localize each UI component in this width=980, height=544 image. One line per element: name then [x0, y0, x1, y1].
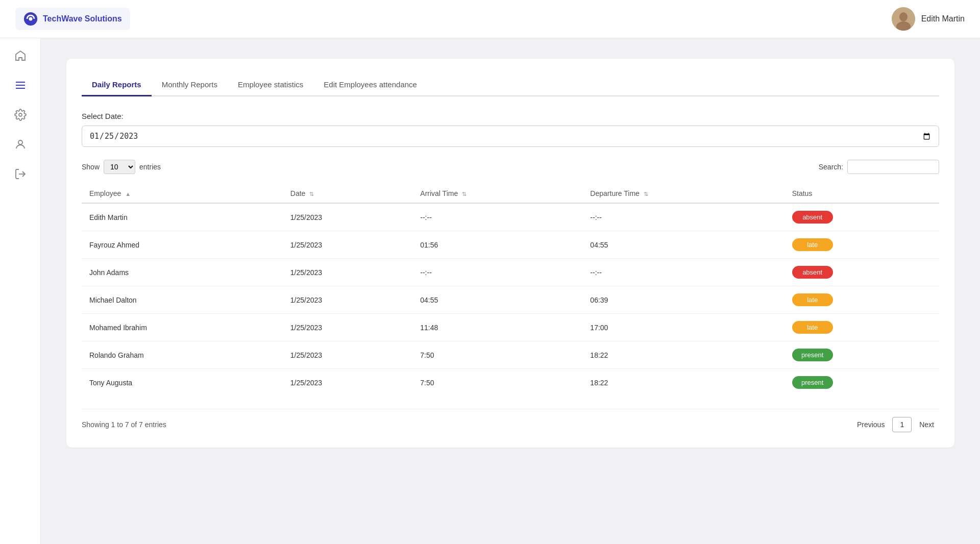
search-input[interactable] — [847, 160, 939, 174]
svg-point-1 — [29, 17, 33, 21]
user-profile-icon[interactable] — [13, 137, 28, 152]
cell-arrival: 04:55 — [412, 286, 582, 314]
table-row: John Adams 1/25/2023 --:-- --:-- absent — [82, 259, 939, 286]
table-row: Edith Martin 1/25/2023 --:-- --:-- absen… — [82, 203, 939, 231]
cell-date: 1/25/2023 — [283, 259, 412, 286]
tab-monthly-reports[interactable]: Monthly Reports — [152, 74, 228, 96]
cell-date: 1/25/2023 — [283, 231, 412, 259]
table-row: Michael Dalton 1/25/2023 04:55 06:39 lat… — [82, 286, 939, 314]
status-badge: late — [792, 293, 833, 306]
col-departure[interactable]: Departure Time ⇅ — [582, 184, 784, 203]
showing-text: Showing 1 to 7 of 7 entries — [82, 421, 166, 429]
cell-employee: John Adams — [82, 259, 283, 286]
cell-status: absent — [785, 203, 939, 231]
cell-arrival: --:-- — [412, 259, 582, 286]
status-badge: late — [792, 238, 833, 251]
cell-departure: 18:22 — [582, 341, 784, 369]
previous-button[interactable]: Previous — [852, 417, 890, 432]
cell-departure: 17:00 — [582, 314, 784, 341]
cell-date: 1/25/2023 — [283, 341, 412, 369]
next-button[interactable]: Next — [914, 417, 939, 432]
table-row: Fayrouz Ahmed 1/25/2023 01:56 04:55 late — [82, 231, 939, 259]
svg-point-9 — [18, 140, 22, 144]
col-employee[interactable]: Employee ▲ — [82, 184, 283, 203]
date-input[interactable] — [82, 126, 939, 147]
cell-departure: 18:22 — [582, 369, 784, 397]
cell-departure: --:-- — [582, 203, 784, 231]
entries-select[interactable]: 10 25 50 100 — [104, 160, 135, 174]
pagination-controls: Previous 1 Next — [852, 417, 939, 432]
tab-edit-attendance[interactable]: Edit Employees attendance — [313, 74, 427, 96]
cell-date: 1/25/2023 — [283, 369, 412, 397]
menu-icon[interactable] — [13, 78, 28, 92]
main-card: Daily Reports Monthly Reports Employee s… — [66, 59, 954, 448]
sidebar — [0, 38, 41, 544]
sort-departure-icon: ⇅ — [644, 191, 648, 197]
top-header: TechWave Solutions Edith Martin — [0, 0, 980, 38]
avatar — [892, 7, 915, 31]
sort-date-icon: ⇅ — [309, 191, 314, 197]
cell-employee: Rolando Graham — [82, 341, 283, 369]
status-badge: absent — [792, 211, 833, 224]
cell-employee: Tony Augusta — [82, 369, 283, 397]
cell-status: late — [785, 314, 939, 341]
cell-departure: 04:55 — [582, 231, 784, 259]
tab-daily-reports[interactable]: Daily Reports — [82, 74, 152, 96]
cell-date: 1/25/2023 — [283, 314, 412, 341]
tabs: Daily Reports Monthly Reports Employee s… — [82, 74, 939, 96]
cell-employee: Mohamed Ibrahim — [82, 314, 283, 341]
cell-arrival: 11:48 — [412, 314, 582, 341]
show-entries: Show 10 25 50 100 entries — [82, 160, 161, 174]
content-area: Daily Reports Monthly Reports Employee s… — [41, 38, 980, 544]
cell-date: 1/25/2023 — [283, 203, 412, 231]
cell-departure: 06:39 — [582, 286, 784, 314]
data-table: Employee ▲ Date ⇅ Arrival Time ⇅ Depar — [82, 184, 939, 396]
cell-status: present — [785, 341, 939, 369]
table-controls: Show 10 25 50 100 entries Search: — [82, 160, 939, 174]
cell-status: present — [785, 369, 939, 397]
status-badge: late — [792, 321, 833, 334]
settings-icon[interactable] — [13, 108, 28, 122]
cell-arrival: 7:50 — [412, 369, 582, 397]
cell-status: late — [785, 286, 939, 314]
page-1-button[interactable]: 1 — [892, 417, 912, 432]
cell-status: absent — [785, 259, 939, 286]
table-row: Mohamed Ibrahim 1/25/2023 11:48 17:00 la… — [82, 314, 939, 341]
home-icon[interactable] — [13, 48, 28, 63]
logo-icon — [23, 12, 38, 26]
cell-departure: --:-- — [582, 259, 784, 286]
svg-point-8 — [19, 113, 22, 116]
cell-arrival: 7:50 — [412, 341, 582, 369]
sort-arrival-icon: ⇅ — [462, 191, 467, 197]
table-row: Rolando Graham 1/25/2023 7:50 18:22 pres… — [82, 341, 939, 369]
cell-employee: Edith Martin — [82, 203, 283, 231]
cell-employee: Michael Dalton — [82, 286, 283, 314]
col-date[interactable]: Date ⇅ — [283, 184, 412, 203]
select-date-label: Select Date: — [82, 112, 939, 120]
svg-point-3 — [899, 12, 908, 21]
cell-employee: Fayrouz Ahmed — [82, 231, 283, 259]
logo-text: TechWave Solutions — [43, 14, 122, 23]
cell-date: 1/25/2023 — [283, 286, 412, 314]
status-badge: absent — [792, 266, 833, 279]
search-area: Search: — [819, 160, 939, 174]
table-row: Tony Augusta 1/25/2023 7:50 18:22 presen… — [82, 369, 939, 397]
status-badge: present — [792, 376, 833, 389]
entries-label: entries — [139, 163, 161, 171]
sort-employee-icon: ▲ — [125, 191, 131, 197]
search-label: Search: — [819, 163, 843, 171]
logout-icon[interactable] — [13, 167, 28, 181]
col-arrival[interactable]: Arrival Time ⇅ — [412, 184, 582, 203]
logo-area[interactable]: TechWave Solutions — [15, 8, 130, 30]
main-layout: Daily Reports Monthly Reports Employee s… — [0, 38, 980, 544]
cell-arrival: --:-- — [412, 203, 582, 231]
status-badge: present — [792, 349, 833, 361]
user-area: Edith Martin — [892, 7, 965, 31]
cell-status: late — [785, 231, 939, 259]
user-name-label: Edith Martin — [921, 14, 965, 23]
pagination-area: Showing 1 to 7 of 7 entries Previous 1 N… — [82, 409, 939, 432]
cell-arrival: 01:56 — [412, 231, 582, 259]
show-label: Show — [82, 163, 100, 171]
col-status[interactable]: Status — [785, 184, 939, 203]
tab-employee-statistics[interactable]: Employee statistics — [228, 74, 313, 96]
